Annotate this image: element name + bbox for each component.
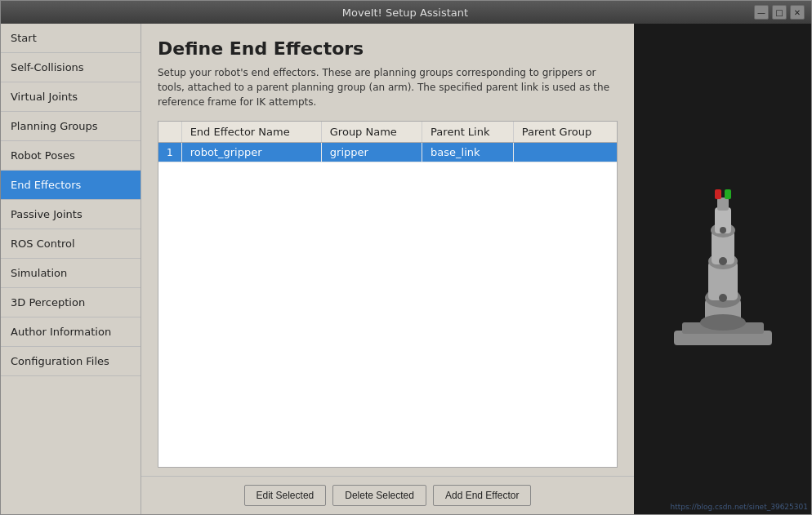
sidebar-item-robot-poses[interactable]: Robot Poses: [1, 141, 141, 171]
svg-point-12: [700, 314, 746, 331]
add-end-effector-button[interactable]: Add End Effector: [433, 485, 532, 506]
svg-rect-10: [715, 189, 721, 199]
main-window: MoveIt! Setup Assistant — □ ✕ Start Self…: [0, 0, 812, 515]
sidebar-item-end-effectors[interactable]: End Effectors: [1, 171, 141, 200]
col-index: [158, 122, 181, 143]
sidebar-item-passive-joints[interactable]: Passive Joints: [1, 200, 141, 229]
sidebar-item-planning-groups[interactable]: Planning Groups: [1, 112, 141, 141]
footer-buttons: Edit Selected Delete Selected Add End Ef…: [141, 476, 634, 514]
delete-selected-button[interactable]: Delete Selected: [332, 485, 426, 506]
content-main: Define End Effectors Setup your robot's …: [141, 24, 634, 476]
cell-end-effector-name: robot_gripper: [181, 143, 321, 162]
col-parent-link: Parent Link: [422, 122, 514, 143]
maximize-button[interactable]: □: [772, 5, 787, 20]
col-end-effector-name: End Effector Name: [181, 122, 321, 143]
page-description: Setup your robot's end effectors. These …: [158, 65, 618, 109]
sidebar-item-simulation[interactable]: Simulation: [1, 259, 141, 288]
minimize-button[interactable]: —: [754, 5, 769, 20]
end-effectors-table: End Effector Name Group Name Parent Link…: [158, 122, 617, 162]
row-index: 1: [158, 143, 181, 162]
cell-parent-group: [513, 143, 617, 162]
edit-selected-button[interactable]: Edit Selected: [244, 485, 327, 506]
col-parent-group: Parent Group: [513, 122, 617, 143]
end-effectors-table-container: End Effector Name Group Name Parent Link…: [158, 121, 618, 468]
sidebar-item-start[interactable]: Start: [1, 24, 141, 53]
robot-viewer-panel: https://blog.csdn.net/sinet_39625301: [634, 24, 811, 514]
svg-point-15: [720, 227, 726, 233]
robot-display: https://blog.csdn.net/sinet_39625301: [634, 24, 811, 514]
col-group-name: Group Name: [321, 122, 422, 143]
table-row[interactable]: 1 robot_gripper gripper base_link: [158, 143, 617, 162]
titlebar: MoveIt! Setup Assistant — □ ✕: [1, 1, 811, 24]
svg-rect-11: [725, 189, 731, 199]
watermark: https://blog.csdn.net/sinet_39625301: [670, 503, 808, 511]
content-area: Define End Effectors Setup your robot's …: [141, 24, 634, 514]
page-title: Define End Effectors: [158, 38, 618, 59]
sidebar-item-virtual-joints[interactable]: Virtual Joints: [1, 82, 141, 112]
sidebar-item-3d-perception[interactable]: 3D Perception: [1, 288, 141, 317]
svg-point-14: [719, 257, 727, 265]
close-button[interactable]: ✕: [790, 5, 805, 20]
sidebar-item-author-information[interactable]: Author Information: [1, 317, 141, 347]
robot-svg: [649, 171, 796, 367]
window-controls: — □ ✕: [754, 5, 805, 20]
sidebar: Start Self-Collisions Virtual Joints Pla…: [1, 24, 141, 514]
main-body: Start Self-Collisions Virtual Joints Pla…: [1, 24, 811, 514]
cell-parent-link: base_link: [422, 143, 514, 162]
cell-group-name: gripper: [321, 143, 422, 162]
svg-point-13: [719, 294, 727, 302]
sidebar-item-self-collisions[interactable]: Self-Collisions: [1, 53, 141, 82]
window-title: MoveIt! Setup Assistant: [56, 7, 754, 19]
sidebar-item-configuration-files[interactable]: Configuration Files: [1, 347, 141, 376]
svg-rect-9: [717, 198, 729, 211]
sidebar-item-ros-control[interactable]: ROS Control: [1, 229, 141, 259]
